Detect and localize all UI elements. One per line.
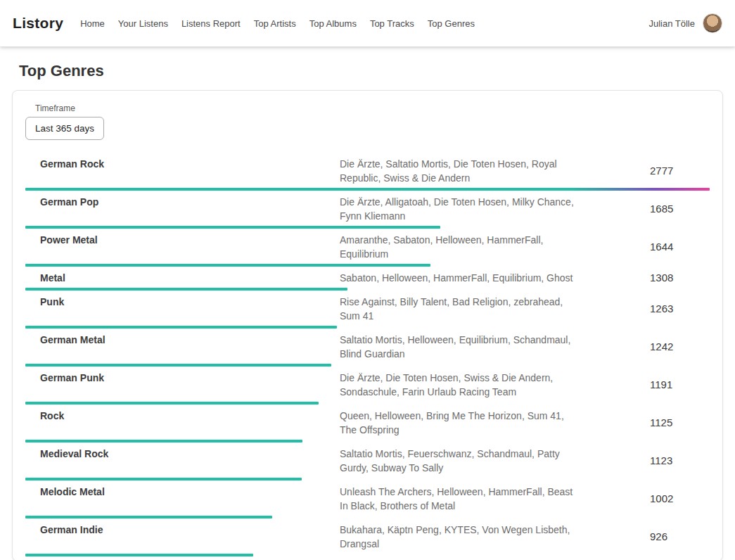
genre-count: 1125 [650,416,710,430]
genre-bar-track [25,264,710,267]
genre-row[interactable]: German Indie Bukahara, Käptn Peng, KYTES… [25,523,710,556]
genre-row[interactable]: Melodic Metal Unleash The Archers, Hello… [25,485,710,518]
genre-list: German Rock Die Ärzte, Saltatio Mortis, … [25,157,710,556]
genre-row[interactable]: Punk Rise Against, Billy Talent, Bad Rel… [25,295,710,329]
top-genres-card: Timeframe Last 365 days German Rock Die … [12,90,723,560]
genre-name: German Pop [40,195,340,209]
genre-bar-fill [25,288,347,291]
genre-bar-fill [25,326,337,329]
genre-bar-track [25,402,710,405]
genre-row-main: Rock Queen, Helloween, Bring Me The Hori… [25,409,710,437]
nav-link-top-tracks[interactable]: Top Tracks [370,18,414,29]
genre-artists: Rise Against, Billy Talent, Bad Religion… [340,295,575,323]
genre-count: 926 [650,530,710,544]
nav-link-home[interactable]: Home [80,18,105,29]
avatar[interactable] [703,13,722,33]
genre-bar-track [25,364,710,367]
genre-artists: Die Ärzte, Die Toten Hosen, Swiss & Die … [340,371,575,399]
genre-row[interactable]: Rock Queen, Helloween, Bring Me The Hori… [25,409,710,443]
genre-row[interactable]: German Rock Die Ärzte, Saltatio Mortis, … [25,157,710,191]
genre-name: Melodic Metal [40,485,340,499]
genre-bar-track [25,440,710,443]
nav-link-top-genres[interactable]: Top Genres [428,18,475,29]
genre-name: German Punk [40,371,340,385]
genre-count: 1308 [650,271,710,285]
genre-artists: Amaranthe, Sabaton, Helloween, HammerFal… [340,233,575,261]
genre-bar-fill [25,516,272,518]
top-navigation-bar: Listory Home Your Listens Listens Report… [0,0,735,46]
genre-name: German Indie [40,523,340,537]
genre-bar-fill [25,554,253,556]
nav-link-listens-report[interactable]: Listens Report [181,18,241,29]
genre-artists: Saltatio Mortis, Feuerschwanz, Schandmau… [340,447,575,475]
genre-row-main: Power Metal Amaranthe, Sabaton, Hellowee… [25,233,710,261]
genre-count: 1644 [650,240,710,254]
genre-count: 1002 [650,492,710,506]
genre-count: 1685 [650,202,710,216]
genre-name: Punk [40,295,340,309]
genre-bar-track [25,226,710,229]
genre-artists: Bukahara, Käptn Peng, KYTES, Von Wegen L… [340,523,575,551]
genre-row[interactable]: German Pop Die Ärzte, Alligatoah, Die To… [25,195,710,229]
genre-row[interactable]: Power Metal Amaranthe, Sabaton, Hellowee… [25,233,710,267]
genre-row-main: German Rock Die Ärzte, Saltatio Mortis, … [25,157,710,185]
genre-name: German Rock [40,157,340,171]
timeframe-label: Timeframe [35,103,710,113]
genre-row[interactable]: Metal Sabaton, Helloween, HammerFall, Eq… [25,271,710,291]
genre-row-main: German Pop Die Ärzte, Alligatoah, Die To… [25,195,710,223]
genre-count: 1242 [650,340,710,354]
genre-bar-fill [25,478,302,481]
genre-artists: Queen, Helloween, Bring Me The Horizon, … [340,409,575,437]
genre-row[interactable]: German Punk Die Ärzte, Die Toten Hosen, … [25,371,710,405]
genre-row-main: German Punk Die Ärzte, Die Toten Hosen, … [25,371,710,399]
genre-artists: Die Ärzte, Alligatoah, Die Toten Hosen, … [340,195,575,223]
page-title: Top Genres [19,62,735,80]
genre-name: Medieval Rock [40,447,340,461]
genre-row[interactable]: Medieval Rock Saltatio Mortis, Feuerschw… [25,447,710,481]
genre-bar-fill [25,188,710,191]
user-name: Julian Tölle [648,18,695,29]
genre-count: 1191 [650,378,710,392]
user-menu[interactable]: Julian Tölle [648,13,722,33]
genre-artists: Saltatio Mortis, Helloween, Equilibrium,… [340,333,575,361]
genre-count: 2777 [650,164,710,178]
genre-bar-track [25,554,710,556]
genre-bar-fill [25,364,331,367]
genre-count: 1263 [650,302,710,316]
nav-link-top-artists[interactable]: Top Artists [254,18,296,29]
nav-link-your-listens[interactable]: Your Listens [118,18,168,29]
genre-name: Power Metal [40,233,340,247]
genre-artists: Sabaton, Helloween, HammerFall, Equilibr… [340,271,575,285]
genre-bar-track [25,288,710,291]
genre-bar-track [25,516,710,518]
genre-artists: Unleash The Archers, Helloween, HammerFa… [340,485,575,513]
genre-row-main: German Indie Bukahara, Käptn Peng, KYTES… [25,523,710,551]
genre-row-main: Medieval Rock Saltatio Mortis, Feuerschw… [25,447,710,475]
genre-row-main: Melodic Metal Unleash The Archers, Hello… [25,485,710,513]
app-logo[interactable]: Listory [13,15,63,32]
genre-row-main: German Metal Saltatio Mortis, Helloween,… [25,333,710,361]
genre-row-main: Metal Sabaton, Helloween, HammerFall, Eq… [25,271,710,285]
genre-row[interactable]: German Metal Saltatio Mortis, Helloween,… [25,333,710,367]
genre-bar-track [25,188,710,191]
genre-row-main: Punk Rise Against, Billy Talent, Bad Rel… [25,295,710,323]
nav-links: Home Your Listens Listens Report Top Art… [80,18,475,29]
genre-name: Metal [40,271,340,285]
genre-bar-fill [25,402,319,405]
nav-link-top-albums[interactable]: Top Albums [309,18,357,29]
genre-name: German Metal [40,333,340,347]
genre-bar-fill [25,264,430,267]
genre-bar-fill [25,440,302,443]
genre-bar-fill [25,226,440,229]
timeframe-select[interactable]: Last 365 days [25,117,104,140]
genre-bar-track [25,326,710,329]
genre-bar-track [25,478,710,481]
genre-name: Rock [40,409,340,423]
genre-count: 1123 [650,454,710,468]
genre-artists: Die Ärzte, Saltatio Mortis, Die Toten Ho… [340,157,575,185]
